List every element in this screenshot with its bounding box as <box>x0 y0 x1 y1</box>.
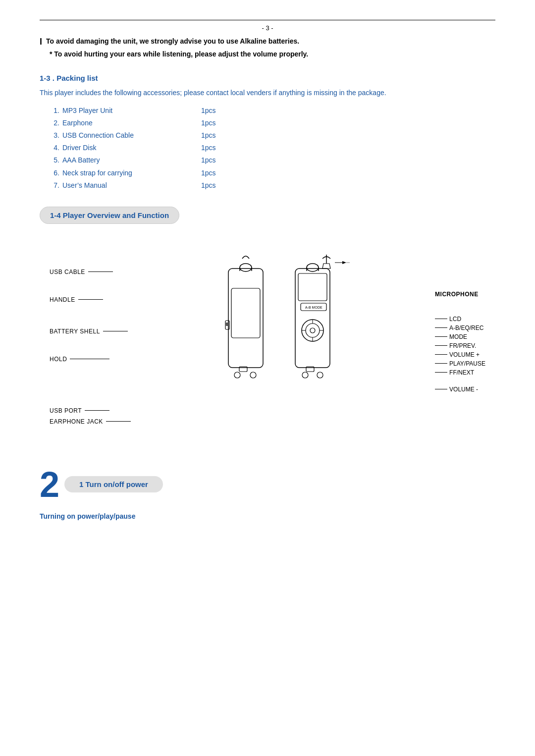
chapter-section: 2 1 Turn on/off power <box>40 467 495 502</box>
warning-line-1: l To avoid damaging the unit, we strongl… <box>40 37 495 48</box>
label-volume-plus: VOLUME + <box>449 351 480 358</box>
item-num: 2. <box>50 117 59 129</box>
label-ffnext: FF/NEXT <box>449 369 474 376</box>
packing-intro: This player includes the following acces… <box>40 87 495 98</box>
packing-section: 1-3 . Packing list This player includes … <box>40 74 495 192</box>
earphone-jack-label: EARPHONE JACK <box>50 418 131 425</box>
item-num: 7. <box>50 179 59 192</box>
label-playpause: PLAY/PAUSE <box>449 360 485 367</box>
label-usb-cable: USB CABLE <box>50 269 85 275</box>
list-item: 5. AAA Battery 1pcs <box>50 154 495 166</box>
svg-rect-6 <box>226 323 228 326</box>
label-hold: HOLD <box>50 356 67 363</box>
overview-header: 1-4 Player Overview and Function <box>40 207 179 224</box>
label-lcd: LCD <box>449 316 461 323</box>
svg-point-9 <box>250 372 256 378</box>
svg-rect-18 <box>298 273 327 301</box>
item-qty: 1pcs <box>201 129 216 142</box>
list-item: 2. Earphone 1pcs <box>50 117 495 129</box>
handle-label: HANDLE <box>50 296 131 303</box>
warning-block: l To avoid damaging the unit, we strongl… <box>40 37 495 59</box>
right-labels: MICROPHONE LCD A-B/EQ/REC MODE FR/P <box>435 291 485 393</box>
label-microphone: MICROPHONE <box>435 291 479 298</box>
item-num: 3. <box>50 129 59 142</box>
left-labels: USB CABLE HANDLE BATTERY SHELL HOLD USB … <box>50 269 131 425</box>
packing-list: 1. MP3 Player Unit 1pcs 2. Earphone 1pcs… <box>50 105 495 192</box>
abeqrec-label: A-B/EQ/REC <box>435 324 485 331</box>
packing-title: 1-3 . Packing list <box>40 74 495 82</box>
svg-point-11 <box>307 264 319 271</box>
item-qty: 1pcs <box>201 167 216 179</box>
svg-point-29 <box>302 372 308 378</box>
item-qty: 1pcs <box>201 142 216 154</box>
warning-bullet: l <box>40 37 42 48</box>
hold-label: HOLD <box>50 356 131 363</box>
item-num: 6. <box>50 167 59 179</box>
center-diagram: A-B MODE <box>209 244 357 452</box>
item-num: 5. <box>50 154 59 166</box>
item-name: Neck strap for carrying <box>62 167 191 179</box>
volume-plus-label: VOLUME + <box>435 351 485 358</box>
label-handle: HANDLE <box>50 296 75 303</box>
svg-rect-4 <box>231 288 260 338</box>
warning-line-2: * To avoid hurting your ears while liste… <box>40 50 495 59</box>
page-number: - 3 - <box>40 20 495 32</box>
asterisk-warning: * To avoid hurting your ears while liste… <box>50 50 308 59</box>
list-item: 1. MP3 Player Unit 1pcs <box>50 105 495 117</box>
lcd-label: LCD <box>435 316 485 323</box>
chapter-header: 1 Turn on/off power <box>64 476 163 492</box>
label-abeqrec: A-B/EQ/REC <box>449 324 483 331</box>
item-num: 4. <box>50 142 59 154</box>
label-mode: MODE <box>449 333 467 340</box>
microphone-label-top: MICROPHONE <box>435 291 485 298</box>
label-frprev: FR/PREV. <box>449 342 476 349</box>
frprev-label: FR/PREV. <box>435 342 485 349</box>
item-name: Earphone <box>62 117 191 129</box>
list-item: 6. Neck strap for carrying 1pcs <box>50 167 495 179</box>
list-item: 4. Driver Disk 1pcs <box>50 142 495 154</box>
overview-title: 1-4 Player Overview and Function <box>50 211 169 219</box>
item-name: USB Connection Cable <box>62 129 191 142</box>
usb-port-label: USB PORT <box>50 407 131 414</box>
label-usb-port: USB PORT <box>50 407 82 414</box>
warning-text-1: To avoid damaging the unit, we strongly … <box>46 37 299 47</box>
volume-minus-label: VOLUME - <box>435 386 485 393</box>
turning-on-title: Turning on power/play/pause <box>40 512 495 520</box>
svg-rect-0 <box>228 269 263 368</box>
item-name: Driver Disk <box>62 142 191 154</box>
svg-point-23 <box>310 328 315 333</box>
overview-section: 1-4 Player Overview and Function USB CAB… <box>40 207 495 452</box>
label-earphone-jack: EARPHONE JACK <box>50 418 103 425</box>
svg-point-1 <box>240 264 252 271</box>
item-qty: 1pcs <box>201 117 216 129</box>
chapter-title: 1 Turn on/off power <box>79 480 148 488</box>
item-qty: 1pcs <box>201 179 216 192</box>
mp3-player-diagram: A-B MODE <box>214 244 352 452</box>
chapter-number: 2 <box>40 467 59 502</box>
battery-shell-label: BATTERY SHELL <box>50 328 131 335</box>
ffnext-label: FF/NEXT <box>435 369 485 376</box>
svg-rect-10 <box>295 269 330 368</box>
item-qty: 1pcs <box>201 154 216 166</box>
label-volume-minus: VOLUME - <box>449 386 478 393</box>
usb-cable-label: USB CABLE <box>50 269 131 275</box>
page: - 3 - l To avoid damaging the unit, we s… <box>0 0 535 756</box>
svg-text:A-B  MODE: A-B MODE <box>305 306 322 309</box>
label-battery-shell: BATTERY SHELL <box>50 328 100 335</box>
item-name: AAA Battery <box>62 154 191 166</box>
diagram-area: USB CABLE HANDLE BATTERY SHELL HOLD USB … <box>40 244 495 452</box>
item-name: MP3 Player Unit <box>62 105 191 117</box>
svg-point-22 <box>306 324 320 337</box>
playpause-label: PLAY/PAUSE <box>435 360 485 367</box>
svg-point-30 <box>317 372 323 378</box>
mode-label: MODE <box>435 333 485 340</box>
svg-marker-17 <box>342 261 346 264</box>
item-qty: 1pcs <box>201 105 216 117</box>
item-name: User’s Manual <box>62 179 191 192</box>
list-item: 3. USB Connection Cable 1pcs <box>50 129 495 142</box>
svg-marker-15 <box>322 264 330 269</box>
list-item: 7. User’s Manual 1pcs <box>50 179 495 192</box>
svg-point-8 <box>234 372 240 378</box>
item-num: 1. <box>50 105 59 117</box>
